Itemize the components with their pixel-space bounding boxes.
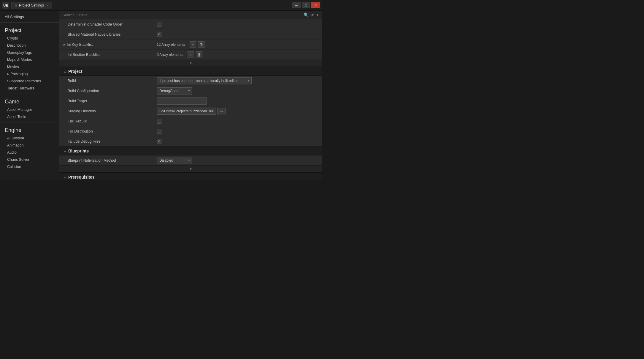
prerequisites-section-title: Prerequisites (68, 175, 95, 180)
build-dropdown[interactable]: If project has code, or running a locall… (157, 77, 252, 84)
blueprint-nativization-value: Disabled Inclusive Exclusive ▼ (154, 156, 322, 165)
ini-key-arrow-icon[interactable]: ▶ (64, 43, 66, 46)
sidebar-item-collision[interactable]: Collision (0, 163, 59, 170)
sidebar-item-packaging[interactable]: ▶Packaging (0, 70, 59, 78)
build-target-label: Build Target (59, 97, 154, 105)
sidebar-item-chaos-solver[interactable]: Chaos Solver (0, 156, 59, 163)
table-row: Full Rebuild (59, 116, 322, 126)
sidebar-item-movies[interactable]: Movies (0, 63, 59, 70)
for-distribution-label: For Distribution (59, 127, 154, 135)
shared-material-label: Shared Material Native Libraries (59, 31, 154, 38)
sidebar-item-maps-modes[interactable]: Maps & Modes (0, 56, 59, 63)
ini-key-add-button[interactable]: + (190, 41, 196, 48)
blueprints-section-header[interactable]: ▲ Blueprints (59, 147, 322, 155)
sidebar-item-description[interactable]: Description (0, 42, 59, 49)
ini-key-blacklist-label: ▶ Ini Key Blacklist (59, 41, 154, 48)
tab-close-button[interactable]: × (47, 4, 49, 7)
table-row: Staging Directory ··· (59, 106, 322, 116)
ini-section-delete-button[interactable]: 🗑 (196, 51, 202, 58)
staging-directory-browse-button[interactable]: ··· (217, 108, 226, 114)
search-dropdown-arrow[interactable]: ▼ (316, 13, 319, 17)
table-row: Build If project has code, or running a … (59, 76, 322, 86)
sidebar-item-ai-system[interactable]: AI System (0, 135, 59, 142)
sidebar-item-asset-tools[interactable]: Asset Tools (0, 113, 59, 120)
shared-material-checkbox[interactable] (157, 32, 161, 37)
build-configuration-dropdown[interactable]: DebugGame Development Shipping (157, 87, 192, 95)
project-section-title: Project (68, 69, 82, 74)
table-row: Build Configuration DebugGame Developmen… (59, 86, 322, 96)
minimize-button[interactable]: ─ (292, 2, 301, 8)
ini-section-add-button[interactable]: + (188, 51, 194, 58)
sidebar-item-animation[interactable]: Animation (0, 142, 59, 149)
window-controls: ─ □ ✕ (292, 2, 320, 8)
ini-section-blacklist-label: Ini Section Blacklist (59, 51, 154, 59)
build-target-value (154, 96, 322, 106)
for-distribution-checkbox[interactable] (157, 129, 161, 134)
expand-row-1: ▼ (59, 60, 322, 67)
sidebar-item-target-hardware[interactable]: Target Hardware (0, 85, 59, 92)
ini-key-blacklist-value: 12 Array elements + 🗑 (154, 40, 322, 49)
table-row: ▶ Ini Key Blacklist 12 Array elements + … (59, 40, 322, 50)
deterministic-shader-label: Deterministic Shader Code Order (59, 21, 154, 28)
project-section-header[interactable]: ▲ Project (59, 67, 322, 76)
sidebar-divider-1 (0, 22, 59, 23)
table-row: Shared Material Native Libraries (59, 29, 322, 40)
sidebar-item-crypto[interactable]: Crypto (0, 35, 59, 42)
project-collapse-icon[interactable]: ▲ (64, 70, 66, 73)
blueprints-section-title: Blueprints (68, 149, 89, 153)
tab-settings-icon: ⚙ (15, 4, 17, 7)
for-distribution-value (154, 128, 322, 135)
expand-row-2: ▼ (59, 166, 322, 173)
blueprint-nativization-dropdown-wrapper: Disabled Inclusive Exclusive ▼ (157, 157, 192, 164)
tab-label: Project Settings (19, 3, 44, 7)
blueprint-nativization-label: Blueprint Nativization Method (59, 157, 154, 164)
close-button[interactable]: ✕ (311, 2, 320, 8)
sidebar-all-settings[interactable]: All Settings (0, 13, 59, 21)
prerequisites-section-header[interactable]: ▲ Prerequisites (59, 173, 322, 180)
deterministic-shader-value (154, 21, 322, 28)
blueprints-collapse-icon[interactable]: ▲ (64, 149, 66, 153)
staging-directory-value: ··· (154, 106, 322, 116)
ini-section-blacklist-value: 0 Array elements + 🗑 (154, 50, 322, 59)
sidebar-item-asset-manager[interactable]: Asset Manager (0, 106, 59, 113)
table-row: For Distribution (59, 126, 322, 136)
ini-key-array-count: 12 Array elements (157, 42, 185, 47)
main-layout: All Settings Project Crypto Description … (0, 11, 322, 180)
include-debug-files-checkbox[interactable] (157, 139, 161, 144)
search-bar: 🔍 👁 ▼ (59, 11, 322, 19)
full-rebuild-label: Full Rebuild (59, 117, 154, 125)
build-label: Build (59, 77, 154, 85)
prerequisites-collapse-icon[interactable]: ▲ (64, 176, 66, 179)
expand-down-icon-1[interactable]: ▼ (189, 61, 193, 65)
table-row: Blueprint Nativization Method Disabled I… (59, 155, 322, 166)
include-debug-files-value (154, 138, 322, 145)
sidebar-divider-3 (0, 122, 59, 122)
sidebar-game-section: Game (0, 96, 59, 106)
full-rebuild-value (154, 118, 322, 125)
full-rebuild-checkbox[interactable] (157, 119, 161, 124)
search-icon: 🔍 (304, 12, 309, 17)
eye-icon[interactable]: 👁 (310, 13, 314, 17)
title-bar: UE ⚙ Project Settings × ─ □ ✕ (0, 0, 322, 11)
build-target-input[interactable] (157, 97, 207, 105)
deterministic-shader-checkbox[interactable] (157, 22, 161, 27)
table-row: Ini Section Blacklist 0 Array elements +… (59, 50, 322, 60)
ini-key-delete-button[interactable]: 🗑 (198, 41, 204, 48)
sidebar-item-supported-platforms[interactable]: Supported Platforms (0, 78, 59, 85)
expand-down-icon-2[interactable]: ▼ (189, 167, 193, 171)
ini-section-array-count: 0 Array elements (157, 53, 183, 57)
project-settings-tab[interactable]: ⚙ Project Settings × (11, 2, 52, 9)
build-configuration-value: DebugGame Development Shipping ▼ (154, 86, 322, 96)
staging-directory-label: Staging Directory (59, 107, 154, 115)
staging-directory-input[interactable] (157, 108, 216, 115)
search-input[interactable] (62, 13, 302, 17)
table-row: Deterministic Shader Code Order (59, 19, 322, 29)
sidebar-item-audio[interactable]: Audio (0, 149, 59, 156)
table-row: Build Target (59, 96, 322, 106)
blueprint-nativization-dropdown[interactable]: Disabled Inclusive Exclusive (157, 157, 192, 164)
build-value: If project has code, or running a locall… (154, 76, 322, 86)
maximize-button[interactable]: □ (302, 2, 310, 8)
sidebar-item-gameplaytags[interactable]: GameplayTags (0, 49, 59, 56)
title-bar-left: UE ⚙ Project Settings × (2, 2, 52, 9)
settings-panel: Deterministic Shader Code Order Shared M… (59, 19, 322, 180)
